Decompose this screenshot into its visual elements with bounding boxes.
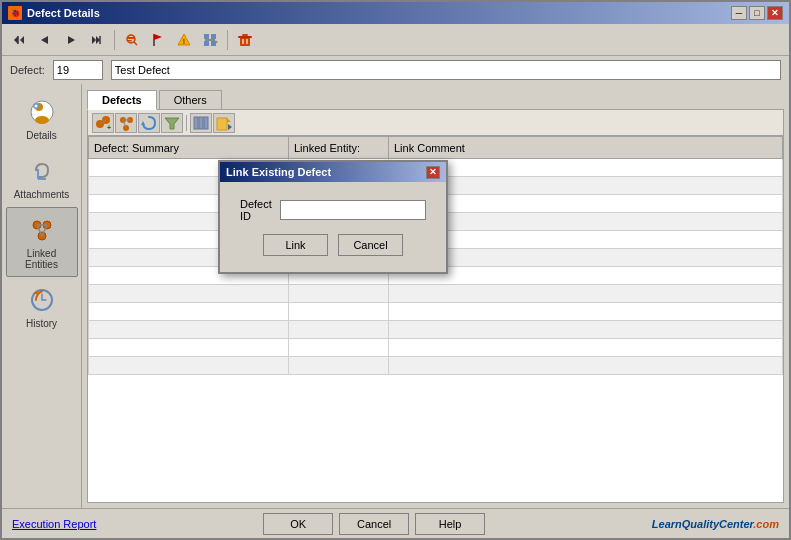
svg-line-9 (134, 42, 137, 45)
svg-rect-18 (204, 41, 209, 46)
modal-cancel-button[interactable]: Cancel (338, 234, 403, 256)
svg-rect-17 (211, 34, 216, 39)
defects-tab[interactable]: Defects (87, 90, 157, 110)
ok-button[interactable]: OK (263, 513, 333, 535)
table-row[interactable] (89, 303, 783, 321)
flag-button[interactable] (146, 28, 170, 52)
minimize-button[interactable]: ─ (731, 6, 747, 20)
table-row[interactable] (89, 285, 783, 303)
svg-rect-24 (242, 34, 248, 36)
defect-row: Defect: (2, 56, 789, 84)
modal-title-text: Link Existing Defect (226, 166, 331, 178)
defect-id-field[interactable] (280, 200, 426, 220)
refresh-inner-btn[interactable] (138, 113, 160, 133)
svg-rect-11 (127, 40, 132, 42)
svg-rect-56 (217, 118, 227, 130)
columns-inner-btn[interactable] (190, 113, 212, 133)
delete-button[interactable] (233, 28, 257, 52)
svg-rect-16 (204, 34, 209, 39)
first-button[interactable] (7, 28, 31, 52)
delete-icon (237, 32, 253, 48)
window-icon: 🐞 (8, 6, 22, 20)
find-button[interactable] (120, 28, 144, 52)
link-existing-dialog: Link Existing Defect ✕ Defect ID Link Ca… (218, 160, 448, 274)
svg-rect-22 (240, 37, 250, 46)
attachments-label: Attachments (14, 189, 70, 200)
maximize-button[interactable]: □ (749, 6, 765, 20)
svg-marker-52 (165, 118, 179, 129)
filter-inner-btn[interactable] (161, 113, 183, 133)
inner-sep1 (186, 115, 187, 131)
modal-link-button[interactable]: Link (263, 234, 328, 256)
title-bar: 🐞 Defect Details ─ □ ✕ (2, 2, 789, 24)
svg-marker-4 (68, 36, 75, 44)
svg-rect-23 (238, 36, 252, 38)
link-existing-inner-btn[interactable] (115, 113, 137, 133)
last-button[interactable] (85, 28, 109, 52)
col-link-comment: Link Comment (389, 137, 783, 159)
sidebar-item-history[interactable]: History (6, 277, 78, 336)
modal-close-button[interactable]: ✕ (426, 166, 440, 179)
next-button[interactable] (59, 28, 83, 52)
next-icon (64, 33, 78, 47)
tab-bar: Defects Others (87, 89, 784, 109)
details-icon (26, 96, 58, 128)
alert-button[interactable]: ! (172, 28, 196, 52)
svg-marker-58 (228, 124, 232, 130)
grid-button[interactable] (198, 28, 222, 52)
others-tab[interactable]: Others (159, 90, 222, 110)
footer: Execution Report OK Cancel Help LearnQua… (2, 508, 789, 538)
prev-icon (38, 33, 52, 47)
help-button[interactable]: Help (415, 513, 485, 535)
svg-text:!: ! (183, 38, 185, 45)
svg-rect-20 (205, 39, 215, 41)
sidebar: Details Attachments (2, 84, 82, 508)
sep2 (227, 30, 228, 50)
flag-icon (150, 32, 166, 48)
modal-buttons: Link Cancel (240, 234, 426, 256)
defect-id-input[interactable] (53, 60, 103, 80)
execution-report-link[interactable]: Execution Report (12, 518, 96, 530)
modal-body: Defect ID Link Cancel (220, 182, 446, 272)
details-label: Details (26, 130, 57, 141)
table-row[interactable] (89, 321, 783, 339)
linked-entities-icon (26, 214, 58, 246)
main-content: Details Attachments (2, 84, 789, 508)
history-label: History (26, 318, 57, 329)
svg-point-31 (34, 105, 37, 108)
defect-id-label: Defect ID (240, 198, 272, 222)
footer-buttons: OK Cancel Help (263, 513, 485, 535)
export-inner-btn[interactable] (213, 113, 235, 133)
svg-text:+: + (107, 124, 111, 131)
svg-marker-5 (92, 36, 96, 44)
history-icon (26, 284, 58, 316)
defect-name-input[interactable] (111, 60, 781, 80)
defect-label: Defect: (10, 64, 45, 76)
sidebar-item-linked-entities[interactable]: Linked Entities (6, 207, 78, 277)
grid-icon (202, 32, 218, 48)
svg-rect-53 (194, 117, 198, 129)
table-row[interactable] (89, 357, 783, 375)
svg-rect-54 (199, 117, 203, 129)
sidebar-item-attachments[interactable]: Attachments (6, 148, 78, 207)
sidebar-item-details[interactable]: Details (6, 89, 78, 148)
linked-entities-label: Linked Entities (11, 248, 73, 270)
defect-id-row: Defect ID (240, 198, 426, 222)
link-new-inner-btn[interactable]: + (92, 113, 114, 133)
first-icon (12, 33, 26, 47)
alert-icon: ! (176, 32, 192, 48)
prev-button[interactable] (33, 28, 57, 52)
attachments-icon (26, 155, 58, 187)
svg-rect-55 (204, 117, 208, 129)
cancel-footer-button[interactable]: Cancel (339, 513, 409, 535)
svg-marker-13 (154, 34, 162, 40)
find-icon (124, 32, 140, 48)
table-row[interactable] (89, 339, 783, 357)
inner-toolbar: + (88, 110, 783, 136)
close-button[interactable]: ✕ (767, 6, 783, 20)
col-linked-entity: Linked Entity: (289, 137, 389, 159)
last-icon (90, 33, 104, 47)
sep1 (114, 30, 115, 50)
col-defect-summary: Defect: Summary (89, 137, 289, 159)
svg-rect-10 (127, 37, 135, 39)
